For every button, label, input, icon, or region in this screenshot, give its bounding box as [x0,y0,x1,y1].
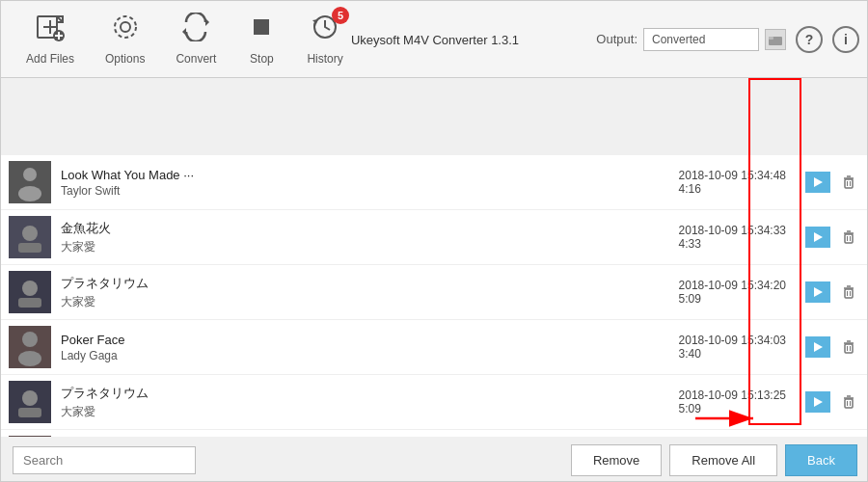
track-artist: 大家愛 [61,404,679,420]
svg-point-46 [18,351,41,366]
delete-button[interactable] [836,336,861,358]
svg-point-9 [115,16,136,38]
history-badge: 5 [332,7,349,24]
convert-label: Convert [176,52,216,66]
svg-rect-28 [18,243,41,253]
history-icon: 5 [311,13,339,48]
stop-button[interactable]: Stop [231,5,291,73]
svg-marker-38 [814,287,823,297]
stop-icon [247,13,276,48]
track-row[interactable]: Look What You Made ··· Taylor Swift 2018… [1,155,868,210]
add-files-label: Add Files [26,52,74,66]
track-datetime: 2018-10-09 15:34:033:40 [679,334,786,361]
add-files-icon [36,13,65,48]
track-artist: 大家愛 [61,294,679,310]
play-button[interactable] [805,172,830,193]
stop-label: Stop [250,52,274,66]
convert-icon [181,13,210,48]
output-area: Output: ? i [596,26,859,53]
history-label: History [307,52,342,66]
options-label: Options [105,52,145,66]
history-button[interactable]: 5 History [291,5,358,73]
track-info: プラネタリウム 大家愛 [61,385,679,420]
remove-button[interactable]: Remove [571,444,662,476]
track-row[interactable]: 金魚花火 大家愛 2018-10-09 15:34:334:33 [1,210,868,265]
help-button[interactable]: ? [796,26,823,53]
track-datetime: 2018-10-09 15:13:255:09 [679,388,786,415]
svg-marker-11 [182,28,186,36]
svg-rect-16 [769,37,773,40]
play-button[interactable] [805,336,830,358]
svg-rect-37 [18,298,41,308]
info-button[interactable]: i [832,26,859,53]
track-datetime: 2018-10-09 15:34:484:16 [679,169,786,196]
svg-point-27 [22,226,38,241]
svg-rect-30 [845,234,853,243]
options-button[interactable]: Options [90,5,160,73]
track-artist: 大家愛 [61,239,679,255]
svg-rect-55 [18,408,41,417]
track-info: Poker Face Lady Gaga [61,333,679,362]
track-datetime: 2018-10-09 15:34:334:33 [679,224,786,251]
svg-rect-57 [845,399,853,408]
delete-button[interactable] [836,391,861,413]
convert-button[interactable]: Convert [160,5,231,73]
footer: Remove Remove All Back [1,437,868,482]
track-row[interactable]: Poker Face Lady Gaga 2018-10-09 15:34:03… [1,320,868,375]
track-artist: Lady Gaga [61,349,679,362]
track-artist: Taylor Swift [61,184,679,198]
svg-point-19 [18,186,41,201]
toolbar: Add Files Options Convert [1,1,868,78]
track-actions [805,391,861,413]
options-icon [111,13,140,48]
svg-point-8 [121,22,130,32]
track-actions [805,227,861,248]
svg-point-36 [22,281,38,296]
folder-button[interactable] [765,29,786,50]
svg-marker-20 [814,177,823,187]
track-thumbnail [9,161,51,203]
svg-rect-48 [845,344,853,353]
play-button[interactable] [805,227,830,248]
track-info: プラネタリウム 大家愛 [61,275,679,310]
track-thumbnail [9,326,51,368]
svg-marker-10 [205,18,209,26]
delete-button[interactable] [836,172,861,193]
play-button[interactable] [805,281,830,303]
track-thumbnail [9,216,51,258]
svg-point-45 [22,332,38,347]
svg-rect-39 [845,289,853,298]
track-row[interactable]: プラネタリウム 大家愛 2018-10-09 15:34:205:09 [1,265,868,320]
svg-rect-12 [254,19,269,35]
track-list: Look What You Made ··· Taylor Swift 2018… [1,155,868,482]
output-label: Output: [596,32,637,46]
track-title: 金魚花火 [61,220,679,237]
remove-all-button[interactable]: Remove All [669,444,777,476]
play-button[interactable] [805,391,830,413]
svg-rect-21 [845,179,853,188]
delete-button[interactable] [836,281,861,303]
svg-marker-47 [814,342,823,352]
track-actions [805,281,861,303]
track-datetime: 2018-10-09 15:34:205:09 [679,279,786,306]
track-actions [805,172,861,193]
track-title: Poker Face [61,333,679,347]
track-title: Look What You Made ··· [61,168,679,182]
track-info: 金魚花火 大家愛 [61,220,679,255]
svg-point-54 [22,390,38,406]
svg-marker-56 [814,397,823,407]
search-input[interactable] [13,446,196,474]
svg-marker-29 [814,232,823,242]
track-thumbnail [9,381,51,423]
track-title: プラネタリウム [61,385,679,402]
track-row[interactable]: プラネタリウム 大家愛 2018-10-09 15:13:255:09 [1,375,868,430]
add-files-button[interactable]: Add Files [11,5,90,73]
delete-button[interactable] [836,227,861,248]
track-info: Look What You Made ··· Taylor Swift [61,168,679,198]
back-button[interactable]: Back [785,444,857,476]
track-thumbnail [9,271,51,313]
track-title: プラネタリウム [61,275,679,292]
track-actions [805,336,861,358]
svg-point-18 [23,168,37,181]
output-input[interactable] [643,28,759,51]
